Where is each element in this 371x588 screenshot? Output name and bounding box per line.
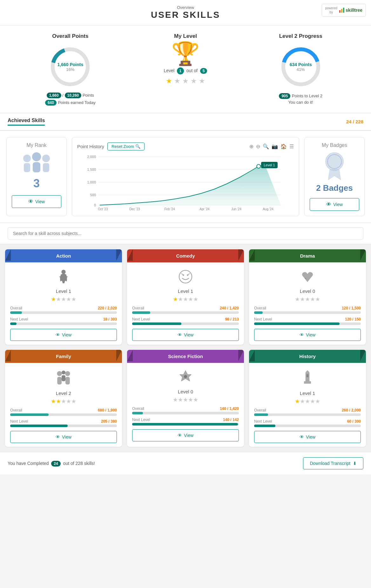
menu-icon[interactable]: ☰ [289,143,294,149]
donut-center: 1,660 Points 16% [57,62,83,72]
svg-text:Aug '24: Aug '24 [263,207,273,211]
search-chart-icon[interactable]: 🔍 [263,143,269,149]
zoom-in-icon[interactable]: ⊕ [249,143,253,149]
point-history-chart: 2,000 1,500 1,000 500 0 L [77,154,294,211]
points-today-row: 640 Points earned Today [13,100,128,105]
skill-banner-comedy: Comedy [127,249,244,262]
overall-value-comedy: 240 / 1,420 [220,306,239,310]
skill-card-action: Action Level 1 ★★★★★ Overall 220 / 2,020… [5,249,122,345]
skill-view-button-scifi[interactable]: 👁 View [132,429,239,441]
achieved-skills-count: 24 / 228 [346,119,363,124]
skill-view-label-drama: View [306,332,315,337]
svg-rect-43 [304,381,311,384]
level2-title: Level 2 Progress [243,33,358,39]
next-level-bar-action [10,322,117,325]
next-level-label-scifi: Next Level [132,418,150,422]
banner-wing-right [116,249,122,261]
svg-text:2,000: 2,000 [87,155,96,159]
achieved-skills-section: Achieved Skills 24 / 228 [0,113,371,131]
svg-point-35 [57,371,62,376]
next-level-label-history: Next Level [254,419,272,424]
skill-stars-comedy: ★★★★★ [132,296,239,303]
next-level-bar-comedy [132,322,239,325]
reset-zoom-label: Reset Zoom [111,144,134,149]
skill-card-scifi: Science Fiction Level 0 ★★★★★ Overall 14… [127,350,244,447]
completed-prefix: You have Completed [8,461,49,466]
badges-view-button[interactable]: 👁 View [310,198,359,211]
skill-view-button-history[interactable]: 👁 View [254,431,361,443]
skill-view-button-family[interactable]: 👁 View [10,431,117,443]
overall-label-family: Overall [10,408,22,412]
banner-wing-left [249,249,255,261]
banner-wing-right [238,249,244,261]
page-title: USER SKILLS [5,10,366,20]
level2-points-value: 634 Points [290,62,312,67]
chart-header: Point History Reset Zoom 🔍 ⊕ ⊖ 🔍 📷 🏠 ☰ [77,142,294,150]
overall-bar-drama [254,311,361,314]
stats-row: Overall Points 1,660 Points 16% 1,660 / … [0,25,371,113]
skill-view-button-comedy[interactable]: 👁 View [132,329,239,341]
banner-wing-right [238,350,244,361]
download-transcript-button[interactable]: Download Transcript ⬇ [303,457,363,469]
reset-zoom-button[interactable]: Reset Zoom 🔍 [107,142,145,150]
rank-view-button[interactable]: 👁 View [12,195,61,208]
skill-view-button-action[interactable]: 👁 View [10,329,117,341]
search-input[interactable] [8,227,363,239]
overall-points-pct: 16% [57,67,83,72]
home-icon[interactable]: 🏠 [280,143,287,149]
skill-view-label-comedy: View [184,332,193,337]
svg-point-20 [257,164,260,168]
svg-point-4 [23,155,31,162]
eye-icon-comedy: 👁 [178,332,182,337]
overall-value-history: 260 / 2,000 [342,408,361,412]
chart-tool-icon[interactable]: 📷 [272,143,278,149]
overall-points-title: Overall Points [13,33,128,39]
level2-points-info: 905 Points to Level 2 [243,93,358,99]
overall-value-action: 220 / 2,020 [98,306,117,310]
svg-rect-40 [62,375,65,381]
points-max-badge: 10,260 [65,93,82,98]
overall-bar-history [254,413,361,416]
skill-card-family: Family Level 2 ★★★★★ Overall 680 / 1,900… [5,350,122,447]
skill-icon-history [254,369,361,388]
level-stars: ★ ★ ★ ★ ★ [128,77,243,85]
overall-bar-scifi [132,412,239,414]
points-today-label: Points earned Today [58,100,95,105]
my-level-card: My Level 🏆 Level 1 out of 5 ★ ★ ★ ★ ★ [128,33,243,105]
achieved-skills-label: Achieved Skills [8,118,45,126]
svg-rect-5 [24,163,30,172]
skill-view-button-drama[interactable]: 👁 View [254,329,361,341]
rank-people-icon [12,152,61,174]
logo-bars-icon [339,8,344,13]
badge-ribbon-icon [310,152,359,181]
banner-wing-left [127,350,133,361]
my-rank-title: My Rank [12,142,61,148]
level2-pct: 41% [290,67,312,72]
points-to-level-badge: 905 [279,93,290,99]
skill-level-comedy: Level 1 [132,288,239,294]
next-level-bar-drama [254,322,361,325]
banner-wing-left [5,350,11,361]
skill-icon-action [10,269,117,286]
banner-wing-right [116,350,122,361]
overall-label-scifi: Overall [132,406,144,411]
current-level-badge: 1 [177,67,184,74]
skill-stars-history: ★★★★★ [254,398,361,405]
level2-progress-card: Level 2 Progress 634 Points 41% 905 Poin… [243,33,358,105]
next-level-label-comedy: Next Level [132,317,150,322]
my-badges-title: My Badges [310,142,359,148]
svg-text:1,500: 1,500 [87,168,96,171]
svg-text:Dec '23: Dec '23 [129,207,140,211]
banner-wing-left [127,249,133,261]
skill-banner-history: History [249,350,366,363]
overall-value-drama: 120 / 1,500 [342,306,361,310]
zoom-out-icon[interactable]: ⊖ [256,143,260,149]
skill-view-label-action: View [62,332,71,337]
overall-label-action: Overall [10,306,22,310]
badges-view-label: View [333,202,343,207]
overall-label-comedy: Overall [132,306,144,310]
svg-point-37 [65,371,70,376]
svg-point-32 [179,270,192,283]
points-label: Points [83,93,94,98]
skill-card-comedy: Comedy Level 1 ★★★★★ Overall 240 / 1,420… [127,249,244,345]
